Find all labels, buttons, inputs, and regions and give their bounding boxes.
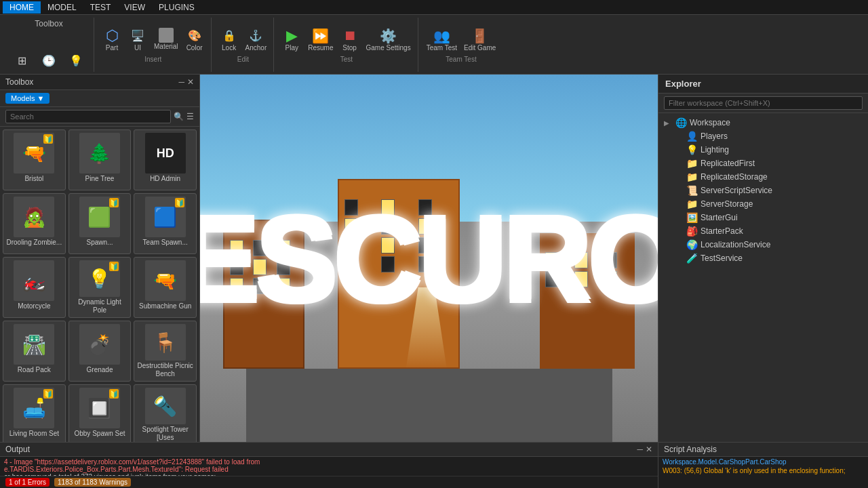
tree-item[interactable]: 👤Players	[658, 129, 868, 143]
test-group-label: Test	[340, 56, 353, 63]
tool-thumbnail: 💡🔰	[79, 260, 120, 297]
toolbox-item[interactable]: 🌲Pine Tree	[68, 129, 132, 190]
toolbox-search-input[interactable]	[5, 110, 171, 123]
tree-item-icon: 📜	[686, 185, 698, 196]
toolbox-item[interactable]: 💣Grenade	[68, 321, 132, 382]
toolbox-item[interactable]: 🏍️Motorcycle	[3, 257, 66, 318]
tree-arrow-icon: ▶	[664, 119, 672, 127]
toolbox-item[interactable]: 🔦Spotlight Tower [Uses	[134, 384, 197, 442]
tool-item-name: Drooling Zombie...	[6, 239, 62, 247]
error-badge: 1 of 1 Errors	[5, 478, 50, 487]
menu-home[interactable]: HOME	[3, 1, 41, 14]
toolbox-light-btn[interactable]: 💡	[64, 52, 88, 70]
team-test-group-label: Team Test	[446, 56, 476, 63]
menu-model[interactable]: MODEL	[41, 1, 83, 14]
toolbox-item[interactable]: 🛋️🔰Living Room Set	[3, 384, 66, 442]
anchor-btn[interactable]: ⚓ Anchor	[243, 26, 270, 53]
toolbox-tabs: Models ▼	[0, 90, 199, 107]
toolbox-recent-btn[interactable]: 🕒	[37, 52, 61, 70]
ui-icon: 🖥️	[130, 28, 146, 44]
tree-item-label: ServerStorage	[701, 199, 753, 209]
tree-item[interactable]: 💡Lighting	[658, 143, 868, 157]
part-label: Part	[106, 44, 118, 52]
output-content[interactable]: 4 - Image "https://assetdelivery.roblox.…	[0, 457, 658, 476]
toolbox-minimize-icon[interactable]: ─	[178, 77, 184, 87]
toolbox-item[interactable]: 🛣️Road Pack	[3, 321, 66, 382]
insert-ui-btn[interactable]: 🖥️ UI	[125, 26, 150, 53]
toolbox-item[interactable]: 🔲🔰Obby Spawn Set	[68, 384, 132, 442]
output-close-icon[interactable]: ✕	[646, 445, 652, 454]
tree-item-label: Workspace	[690, 118, 730, 127]
tool-thumbnail: 🟩🔰	[79, 197, 120, 237]
toolbox-tab-models[interactable]: Models ▼	[5, 93, 50, 104]
tree-item[interactable]: 📁ReplicatedStorage	[658, 170, 868, 184]
team-test-btn[interactable]: 👥 Team Test	[424, 26, 460, 53]
toolbox-header-title: Toolbox	[5, 77, 33, 87]
sa-content[interactable]: Workspace.Model.CarShopPart.CarShop W003…	[658, 457, 868, 488]
tree-item-label: ServerScriptService	[701, 186, 772, 195]
toolbox-item[interactable]: 🟦🔰Team Spawn...	[134, 193, 197, 254]
tree-item[interactable]: 🎒StarterPack	[658, 224, 868, 238]
tree-item-label: StarterPack	[701, 226, 743, 236]
edit-group-label: Edit	[237, 56, 249, 63]
tool-item-name: Team Spawn...	[143, 239, 188, 247]
output-minimize-icon[interactable]: ─	[637, 445, 643, 454]
tool-item-name: HD Admin	[150, 175, 180, 183]
toolbar-insert-group: ⬡ Part 🖥️ UI Material 🎨 Color Insert	[96, 18, 212, 72]
tree-item[interactable]: 📁ServerStorage	[658, 197, 868, 211]
lock-label: Lock	[222, 44, 236, 52]
status-bar: 1 of 1 Errors 1183 of 1183 Warnings	[0, 476, 658, 488]
tree-item[interactable]: 🌍LocalizationService	[658, 238, 868, 251]
material-label: Material	[154, 43, 178, 50]
toolbox-item[interactable]: HDHD Admin	[134, 129, 197, 190]
tool-thumbnail: 🧟	[14, 197, 54, 237]
output-line: 4 - Image "https://assetdelivery.roblox.…	[4, 458, 654, 466]
stop-icon: ⏹	[342, 28, 358, 44]
tree-item[interactable]: 🖼️StarterGui	[658, 211, 868, 224]
insert-color-btn[interactable]: 🎨 Color	[182, 26, 207, 53]
menu-view[interactable]: VIEW	[117, 1, 152, 14]
search-icon[interactable]: 🔍	[174, 112, 184, 121]
toolbox-item[interactable]: 🔫🔰Bristol	[3, 129, 66, 190]
toolbox-title-label: Toolbox	[35, 19, 62, 28]
explorer-header: Explorer	[658, 75, 868, 94]
explorer-search-input[interactable]	[664, 96, 863, 110]
script-analysis-panel: Script Analysis Workspace.Model.CarShopP…	[658, 443, 868, 488]
toolbox-item[interactable]: 🔫Submachine Gun	[134, 257, 197, 318]
tool-item-name: Spotlight Tower [Uses	[137, 426, 193, 442]
toolbox-grid-btn[interactable]: ⊞	[9, 52, 34, 70]
play-btn[interactable]: ▶ Play	[279, 26, 304, 53]
insert-part-btn[interactable]: ⬡ Part	[100, 26, 124, 53]
tool-thumbnail: 🔲🔰	[79, 388, 120, 428]
toolbox-item[interactable]: 💡🔰Dynamic Light Pole	[68, 257, 132, 318]
resume-btn[interactable]: ⏩ Resume	[305, 26, 336, 53]
stop-btn[interactable]: ⏹ Stop	[338, 26, 362, 53]
game-settings-btn[interactable]: ⚙️ Game Settings	[363, 26, 414, 53]
insert-material-btn[interactable]: Material	[151, 26, 181, 53]
toolbox-item[interactable]: 🟩🔰Spawn...	[68, 193, 132, 254]
tool-thumbnail: 🟦🔰	[145, 197, 186, 237]
sa-warning: W003: (56,6) Global 'k' is only used in …	[663, 467, 864, 474]
tool-item-name: Obby Spawn Set	[74, 430, 125, 438]
tool-item-name: Living Room Set	[9, 430, 59, 438]
toolbox-item[interactable]: 🪑Destructible Picnic Bench	[134, 321, 197, 382]
toolbox-header-icons: ─ ✕	[178, 77, 194, 87]
menu-test[interactable]: TEST	[83, 1, 118, 14]
tool-item-name: Road Pack	[18, 366, 51, 374]
toolbox-close-icon[interactable]: ✕	[187, 77, 194, 87]
menu-plugins[interactable]: PLUGINS	[152, 1, 201, 14]
output-title: Output	[5, 445, 30, 454]
lock-btn[interactable]: 🔒 Lock	[217, 26, 241, 53]
toolbox-item[interactable]: 🧟Drooling Zombie...	[3, 193, 66, 254]
tree-item[interactable]: 📜ServerScriptService	[658, 184, 868, 197]
toolbar-team-test-group: 👥 Team Test 🚪 Edit Game Team Test	[420, 18, 503, 72]
filter-icon[interactable]: ☰	[186, 112, 194, 121]
toolbar-edit-group: 🔒 Lock ⚓ Anchor Edit	[213, 18, 275, 72]
toolbox-panel: Toolbox ─ ✕ Models ▼ 🔍 ☰ 🔫🔰Bristol🌲Pine …	[0, 75, 200, 442]
edit-game-btn[interactable]: 🚪 Edit Game	[461, 26, 498, 53]
tree-item[interactable]: 📁ReplicatedFirst	[658, 157, 868, 170]
toolbar: Toolbox ⊞ 🕒 💡 ⬡ Part 🖥️ UI	[0, 15, 868, 75]
tool-item-name: Motorcycle	[18, 302, 50, 310]
tree-item[interactable]: 🧪TestService	[658, 251, 868, 265]
tree-item[interactable]: ▶🌐Workspace	[658, 116, 868, 129]
